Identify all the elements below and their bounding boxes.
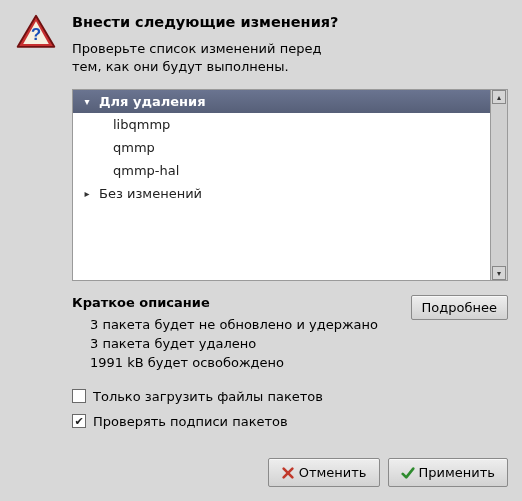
expander-right-icon: ▸: [81, 188, 93, 199]
checkbox-checked-icon[interactable]: ✔: [72, 414, 86, 428]
svg-text:?: ?: [31, 25, 41, 43]
summary-lines: 3 пакета будет не обновлено и удержано 3…: [90, 316, 411, 373]
tree-item[interactable]: qmmp: [73, 136, 490, 159]
tree-group-unchanged[interactable]: ▸ Без изменений: [73, 182, 490, 205]
apply-icon: [401, 466, 415, 480]
scroll-up-button[interactable]: ▴: [492, 90, 506, 104]
dialog-title: Внести следующие изменения?: [72, 14, 508, 30]
details-button[interactable]: Подробнее: [411, 295, 508, 320]
button-label: Применить: [419, 465, 495, 480]
question-warning-icon: ?: [14, 12, 58, 56]
dialog-subtitle: Проверьте список изменений перед тем, ка…: [72, 40, 508, 75]
cancel-icon: [281, 466, 295, 480]
button-label: Подробнее: [422, 300, 497, 315]
button-label: Отменить: [299, 465, 367, 480]
option-label: Только загрузить файлы пакетов: [93, 389, 323, 404]
summary-line: 1991 kB будет освобождено: [90, 354, 411, 373]
checkbox-unchecked-icon[interactable]: [72, 389, 86, 403]
expander-down-icon: ▾: [81, 96, 93, 107]
option-download-only[interactable]: Только загрузить файлы пакетов: [72, 389, 508, 404]
tree-item[interactable]: qmmp-hal: [73, 159, 490, 182]
tree-item[interactable]: libqmmp: [73, 113, 490, 136]
cancel-button[interactable]: Отменить: [268, 458, 380, 487]
tree-group-label: Без изменений: [99, 186, 202, 201]
tree-group-label: Для удаления: [99, 94, 206, 109]
scroll-down-button[interactable]: ▾: [492, 266, 506, 280]
option-label: Проверять подписи пакетов: [93, 414, 288, 429]
tree-group-removal[interactable]: ▾ Для удаления: [73, 90, 490, 113]
apply-button[interactable]: Применить: [388, 458, 508, 487]
summary-line: 3 пакета будет удалено: [90, 335, 411, 354]
tree-vertical-scrollbar[interactable]: ▴ ▾: [491, 89, 508, 281]
changes-tree[interactable]: ▾ Для удаления libqmmp qmmp qmmp-hal ▸ Б…: [72, 89, 491, 281]
summary-line: 3 пакета будет не обновлено и удержано: [90, 316, 411, 335]
summary-title: Краткое описание: [72, 295, 411, 310]
option-verify-signatures[interactable]: ✔ Проверять подписи пакетов: [72, 414, 508, 429]
